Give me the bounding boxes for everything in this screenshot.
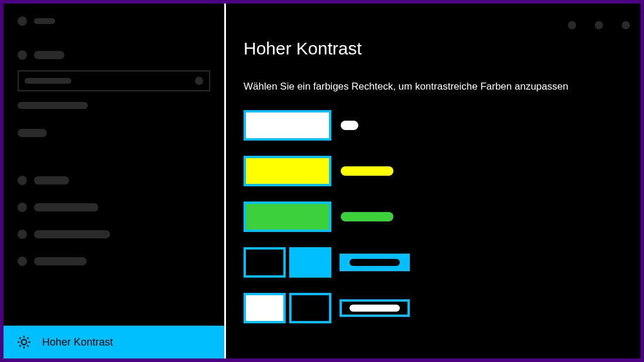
color-swatch-row [244, 110, 640, 141]
search-input[interactable] [18, 70, 210, 91]
swatch-label-placeholder [341, 212, 393, 221]
color-swatch[interactable] [244, 202, 331, 232]
color-swatch-row [244, 202, 640, 232]
window-controls[interactable] [568, 21, 630, 29]
main-content: Hoher Kontrast Wählen Sie ein farbiges R… [226, 4, 640, 358]
sidebar-section-label-placeholder [18, 102, 88, 109]
svg-line-8 [27, 337, 28, 339]
sidebar-item-label: Hoher Kontrast [42, 336, 113, 349]
svg-line-5 [19, 337, 20, 339]
sidebar-home-placeholder[interactable] [18, 50, 210, 60]
sidebar-item-placeholder[interactable] [18, 257, 210, 266]
color-swatch-row [244, 247, 640, 278]
sidebar-item-hoher-kontrast[interactable]: Hoher Kontrast [4, 326, 224, 358]
swatch-list [244, 110, 640, 323]
color-swatch[interactable] [244, 110, 331, 141]
page-subtitle: Wählen Sie ein farbiges Rechteck, um kon… [244, 81, 640, 93]
swatch-label-placeholder [341, 166, 393, 176]
close-icon[interactable] [622, 21, 630, 29]
swatch-label-placeholder [340, 254, 410, 271]
color-swatch[interactable] [244, 247, 286, 278]
sidebar: Hoher Kontrast [4, 4, 226, 358]
color-swatch[interactable] [289, 247, 331, 278]
svg-point-0 [22, 340, 27, 345]
color-swatch-row [244, 156, 640, 186]
brightness-icon [16, 334, 32, 350]
search-icon [195, 77, 203, 85]
color-swatch[interactable] [244, 293, 286, 323]
color-swatch[interactable] [289, 293, 331, 323]
svg-line-7 [19, 345, 20, 346]
sidebar-item-placeholder[interactable] [18, 129, 210, 137]
swatch-label-placeholder [340, 299, 410, 317]
svg-line-6 [27, 345, 28, 346]
sidebar-item-placeholder[interactable] [18, 203, 210, 212]
page-title: Hoher Kontrast [244, 39, 640, 59]
sidebar-header-placeholder [18, 16, 210, 26]
minimize-icon[interactable] [568, 21, 576, 29]
color-swatch[interactable] [244, 156, 331, 186]
maximize-icon[interactable] [595, 21, 603, 29]
sidebar-item-placeholder[interactable] [18, 176, 210, 185]
color-swatch-row [244, 293, 640, 323]
swatch-label-placeholder [341, 121, 358, 130]
sidebar-item-placeholder[interactable] [18, 230, 210, 239]
